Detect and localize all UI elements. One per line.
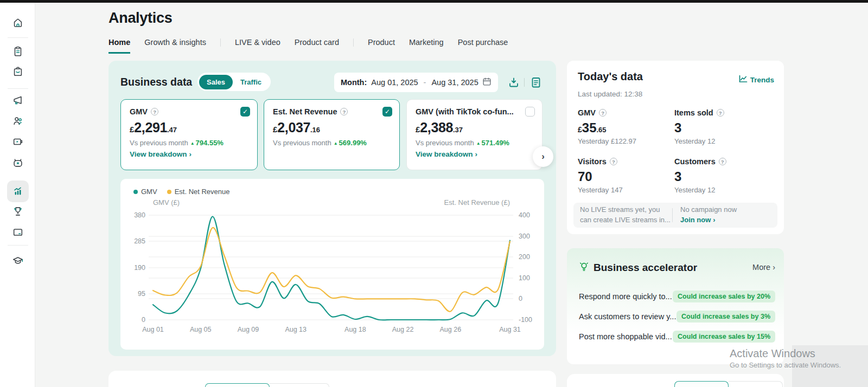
clipboard-icon <box>12 46 24 57</box>
tab-post-purchase[interactable]: Post purchase <box>458 38 508 54</box>
users-icon <box>12 115 24 127</box>
metric-checkbox-unchecked[interactable] <box>525 107 535 117</box>
card-icon <box>12 226 24 238</box>
bottom-left-tab-inactive[interactable] <box>270 383 329 387</box>
change-up-value: 794.55% <box>190 139 224 147</box>
video-card-icon <box>12 136 24 147</box>
sidebar-item-videos[interactable] <box>7 131 29 152</box>
tab-growth-insights[interactable]: Growth & insights <box>144 38 206 54</box>
graduation-cap-icon <box>12 255 24 267</box>
analytics-tabs: Home Growth & insights LIVE & video Prod… <box>108 38 508 54</box>
metric-card-net-revenue[interactable]: Est. Net Revenue £2,037.16 Vs previous m… <box>264 99 400 170</box>
legend-item-net-revenue[interactable]: Est. Net Revenue <box>167 188 230 196</box>
tab-marketing[interactable]: Marketing <box>409 38 444 54</box>
lightbulb-icon <box>579 261 589 274</box>
svg-text:Aug 31: Aug 31 <box>499 326 521 333</box>
metric-comparison: Vs previous month571.49% <box>416 139 533 147</box>
help-icon[interactable] <box>719 158 726 165</box>
legend-dot-gmv <box>133 190 138 194</box>
bottom-right-card <box>567 374 784 387</box>
bottom-left-card <box>108 371 556 387</box>
svg-text:0: 0 <box>519 295 522 302</box>
accelerator-item[interactable]: Post more shoppable vid... Could increas… <box>579 331 775 343</box>
sidebar-item-analytics[interactable] <box>7 180 29 202</box>
metric-value: £2,388.37 <box>416 120 533 136</box>
toggle-traffic[interactable]: Traffic <box>233 75 269 89</box>
accelerator-header: Business accelerator <box>579 261 697 274</box>
svg-text:Aug 26: Aug 26 <box>440 326 462 333</box>
date-separator: - <box>424 78 426 87</box>
sidebar-item-academy[interactable] <box>7 250 29 272</box>
accelerator-item[interactable]: Respond more quickly to... Could increas… <box>579 291 775 302</box>
accelerator-title: Business accelerator <box>593 262 697 274</box>
sidebar-divider <box>8 88 28 89</box>
svg-text:-100: -100 <box>519 316 532 324</box>
help-icon[interactable] <box>610 158 617 165</box>
month-range-picker[interactable]: Month: Aug 01, 2025 - Aug 31, 2025 <box>334 73 498 92</box>
calendar-icon <box>482 77 492 88</box>
bottom-right-tab-active[interactable] <box>674 381 729 387</box>
tab-live-video[interactable]: LIVE & video <box>235 38 280 54</box>
chart-legend: GMV Est. Net Revenue <box>133 188 230 196</box>
sidebar-item-marketing[interactable] <box>7 89 29 111</box>
svg-text:Aug 22: Aug 22 <box>392 326 414 333</box>
svg-text:95: 95 <box>138 290 145 298</box>
download-button[interactable] <box>508 76 520 88</box>
tab-home[interactable]: Home <box>108 38 130 54</box>
toggle-sales[interactable]: Sales <box>199 75 233 89</box>
bottom-left-tab-active[interactable] <box>205 383 270 387</box>
sidebar-item-products[interactable] <box>7 61 29 82</box>
analytics-dashboard: Analytics Home Growth & insights LIVE & … <box>0 0 868 387</box>
tab-product-card[interactable]: Product card <box>295 38 339 54</box>
more-link[interactable]: More <box>752 263 775 272</box>
sidebar-item-live[interactable] <box>7 152 29 173</box>
carousel-next-button[interactable]: › <box>533 146 553 167</box>
metric-comparison: Vs previous month794.55% <box>130 139 248 147</box>
svg-text:285: 285 <box>134 237 145 245</box>
sidebar-divider <box>8 37 28 38</box>
metric-label: GMV (with TikTok co-fun... <box>416 107 513 116</box>
join-now-link[interactable]: Join now <box>680 215 737 225</box>
sidebar-item-affiliate[interactable] <box>7 110 29 132</box>
svg-text:380: 380 <box>134 211 145 219</box>
sidebar-item-finance[interactable] <box>7 221 29 243</box>
today-metric-visitors: Visitors 70 Yesterday 147 <box>578 157 670 194</box>
metric-checkbox-checked[interactable] <box>240 107 250 117</box>
live-tv-icon <box>12 157 24 169</box>
legend-dot-net-revenue <box>167 190 171 194</box>
help-icon[interactable] <box>151 108 158 115</box>
tab-product[interactable]: Product <box>368 38 395 54</box>
megaphone-icon <box>12 94 24 106</box>
sidebar-item-rewards[interactable] <box>7 201 29 222</box>
view-breakdown-link[interactable]: View breakdown <box>416 150 533 158</box>
svg-text:0: 0 <box>142 316 145 324</box>
help-icon[interactable] <box>340 108 348 115</box>
report-button[interactable] <box>530 76 542 88</box>
view-breakdown-link[interactable]: View breakdown <box>130 150 248 158</box>
dual-axis-line-chart: 095190285380-1000100200300400GMV (£)Est.… <box>120 179 544 350</box>
svg-text:Aug 01: Aug 01 <box>142 326 164 333</box>
help-icon[interactable] <box>717 109 724 117</box>
tab-divider <box>353 38 354 47</box>
sidebar <box>0 3 35 387</box>
metric-card-gmv[interactable]: GMV £2,291.47 Vs previous month794.55% V… <box>120 99 258 170</box>
legend-item-gmv[interactable]: GMV <box>133 188 157 196</box>
header-divider <box>524 78 525 87</box>
metric-label: Est. Net Revenue <box>273 107 371 116</box>
metric-checkbox-checked[interactable] <box>382 107 392 117</box>
metric-card-gmv-cofunded[interactable]: GMV (with TikTok co-fun... £2,388.37 Vs … <box>406 99 542 170</box>
page-title: Analytics <box>108 10 172 27</box>
sidebar-item-orders[interactable] <box>7 41 29 62</box>
accelerator-item[interactable]: Ask customers to review y... Could incre… <box>579 311 775 322</box>
change-up-value: 569.99% <box>334 139 367 147</box>
metric-value: £2,037.16 <box>273 120 391 136</box>
bottom-right-tab-inactive[interactable] <box>729 381 783 387</box>
todays-data-card: Today's data Trends Last updated: 12:38 … <box>567 61 784 234</box>
trends-link[interactable]: Trends <box>739 75 774 85</box>
tab-divider <box>220 38 221 47</box>
todays-data-title: Today's data <box>578 70 643 83</box>
help-icon[interactable] <box>599 109 607 117</box>
today-footer-strip: No LIVE streams yet, you can create LIVE… <box>573 203 777 228</box>
sidebar-item-home[interactable] <box>7 12 29 34</box>
svg-text:Aug 18: Aug 18 <box>344 326 366 333</box>
